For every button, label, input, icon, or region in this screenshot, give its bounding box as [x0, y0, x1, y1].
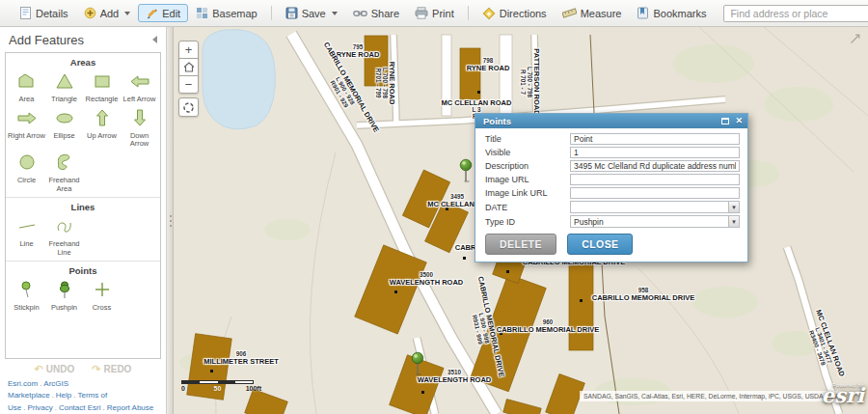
toolbar-directions-button[interactable]: Directions [475, 4, 555, 23]
toolbar-directions-label: Directions [500, 8, 547, 19]
cross-icon [91, 280, 114, 303]
down-arrow-icon [128, 108, 151, 131]
field-type-id-select[interactable]: Pushpin▼ [570, 215, 740, 228]
undo-icon: ↶ [35, 364, 43, 374]
pushpin-icon [53, 280, 76, 303]
toolbar-print-label: Print [432, 8, 454, 19]
tool-up-arrow[interactable]: Up Arrow [83, 105, 121, 150]
freehand-area-icon [53, 152, 76, 176]
toolbar-edit-button[interactable]: Edit [138, 4, 188, 22]
zoom-out-button[interactable]: − [178, 75, 199, 94]
link-separator: . [40, 379, 41, 388]
tool-cross[interactable]: Cross [83, 277, 121, 314]
collapse-panel-icon[interactable] [152, 36, 157, 43]
toolbar-right-buttons: SaveSharePrintDirectionsMeasureBookmarks [278, 4, 715, 23]
toolbar-details-button[interactable]: Details [12, 4, 76, 22]
home-button[interactable] [178, 58, 199, 76]
dropdown-arrow-icon[interactable]: ▼ [728, 202, 739, 212]
tool-ellipse[interactable]: Ellipse [45, 105, 83, 150]
redo-button[interactable]: ↷REDO [92, 364, 131, 374]
field-image-link-url-input[interactable] [570, 187, 740, 199]
share-icon [353, 9, 367, 18]
address-point-dot [500, 332, 502, 335]
tool-freehand-area[interactable]: Freehand Area [45, 150, 83, 194]
close-button[interactable]: CLOSE [567, 234, 633, 255]
dropdown-arrow-icon[interactable]: ▼ [728, 216, 739, 227]
popup-field-row: Image Link URL [485, 187, 740, 199]
tool-right-arrow[interactable]: Right Arrow [8, 105, 45, 150]
toolbar-bookmarks-button[interactable]: Bookmarks [629, 4, 714, 22]
map-pushpin[interactable] [410, 351, 425, 376]
zoom-in-button[interactable]: + [178, 41, 199, 59]
tool-label: Left Arrow [123, 96, 156, 104]
tool-pushpin[interactable]: Pushpin [45, 277, 83, 314]
section-title: Points [6, 262, 160, 277]
tool-area[interactable]: Area [8, 69, 45, 105]
tool-triangle[interactable]: Triangle [45, 69, 83, 105]
address-point-dot [477, 91, 480, 94]
section-title: Areas [6, 53, 160, 69]
dock-icon[interactable] [721, 118, 729, 124]
modify-map-icon[interactable] [850, 31, 860, 48]
link-separator: . [73, 391, 75, 400]
popup-title-bar[interactable]: Points ✕ [475, 114, 747, 128]
address-point-dot [580, 299, 583, 302]
tool-circle[interactable]: Circle [8, 150, 45, 194]
field-date-select[interactable]: ▼ [570, 201, 740, 213]
map-pushpin[interactable] [458, 158, 474, 183]
popup-title: Points [483, 116, 511, 126]
toolbar-add-label: Add [100, 8, 120, 19]
redo-icon: ↷ [92, 364, 100, 374]
field-visible-input[interactable] [570, 147, 740, 158]
zoom-controls: + − [178, 41, 199, 94]
field-title-input[interactable] [570, 133, 740, 145]
undo-button[interactable]: ↶UNDO [35, 364, 75, 374]
tool-label: Pushpin [51, 304, 77, 313]
search-input[interactable] [723, 5, 868, 22]
tool-label: Stickpin [14, 304, 39, 313]
popup-field-row: DATE▼ [485, 201, 740, 213]
sidebar-resize-grip[interactable] [166, 27, 174, 414]
toolbar-save-button[interactable]: Save [278, 4, 345, 22]
toolbar-add-button[interactable]: Add [76, 4, 139, 22]
home-icon [183, 62, 195, 72]
print-icon [415, 7, 428, 19]
tool-stickpin[interactable]: Stickpin [8, 277, 45, 314]
panel-header: Add Features [0, 27, 166, 52]
footer-link-help[interactable]: Help [56, 391, 71, 400]
tool-down-arrow[interactable]: Down Arrow [121, 105, 158, 150]
circle-icon [15, 152, 39, 176]
toolbar-share-button[interactable]: Share [345, 5, 407, 22]
rectangle-icon [91, 71, 114, 95]
toolbar-print-button[interactable]: Print [407, 4, 462, 22]
tool-label: Triangle [51, 96, 77, 104]
map-attribution: SANDAG, SanGIS, Cal-Atlas, Esri, HERE, D… [580, 391, 843, 401]
close-icon[interactable]: ✕ [735, 117, 743, 125]
tool-freehand-line[interactable]: Freehand Line [45, 213, 83, 258]
left-arrow-icon [128, 71, 151, 95]
add-icon [84, 7, 96, 19]
line-icon [15, 216, 39, 239]
field-type-id-value: Pushpin [571, 217, 728, 227]
section-areas: AreasAreaTriangleRectangleLeft ArrowRigh… [6, 53, 160, 197]
footer-link-esri-com[interactable]: Esri.com [8, 379, 38, 388]
delete-button[interactable]: DELETE [485, 234, 556, 255]
ellipse-icon [53, 108, 76, 131]
footer-link-report-abuse[interactable]: Report Abuse [107, 403, 153, 412]
footer-link-privacy[interactable]: Privacy [27, 403, 52, 412]
up-arrow-icon [91, 108, 114, 131]
locate-button[interactable] [178, 97, 199, 117]
footer-link-contact-esri[interactable]: Contact Esri [59, 403, 101, 412]
section-title: Lines [6, 198, 160, 213]
tool-rectangle[interactable]: Rectangle [83, 69, 121, 105]
toolbar-measure-button[interactable]: Measure [555, 4, 630, 22]
tool-line[interactable]: Line [8, 213, 45, 258]
tool-label: Cross [93, 304, 112, 313]
field-description-input[interactable] [570, 160, 740, 172]
tool-label: Rectangle [86, 96, 119, 104]
tool-left-arrow[interactable]: Left Arrow [121, 69, 158, 105]
undo-redo-bar: ↶UNDO ↷REDO [0, 359, 166, 376]
field-image-url-input[interactable] [570, 174, 740, 185]
popup-field-row: Description [485, 160, 740, 172]
toolbar-basemap-button[interactable]: Basemap [188, 4, 264, 22]
